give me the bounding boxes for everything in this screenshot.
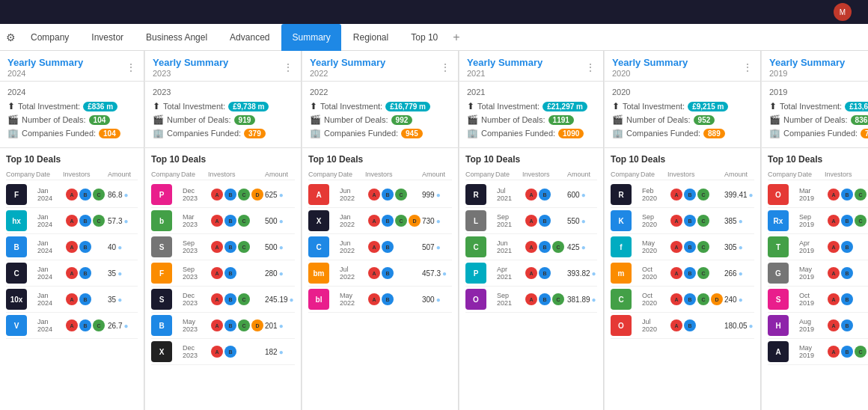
investment-icon: ⬆ xyxy=(769,101,777,111)
col-header-investors: Investors xyxy=(365,171,422,178)
investor-dot: A xyxy=(211,267,223,279)
deal-row[interactable]: S Oct2019 AB 508.61 ● xyxy=(768,287,868,313)
deal-row[interactable]: O Mar2019 ABC 950 ● xyxy=(768,182,868,208)
col-title: Yearly Summary xyxy=(467,57,542,68)
investor-dot: A xyxy=(670,189,682,201)
company-logo: hx xyxy=(6,210,27,231)
tab-regional[interactable]: Regional xyxy=(343,24,399,51)
col-header-date: Date xyxy=(641,171,667,178)
col-menu-icon[interactable]: ⋮ xyxy=(742,61,753,73)
col-menu-icon[interactable]: ⋮ xyxy=(283,61,293,73)
tab-company[interactable]: Company xyxy=(20,24,79,51)
tab-top-10[interactable]: Top 10 xyxy=(400,24,448,51)
deal-row[interactable]: T Apr2019 AB 770 ● xyxy=(768,234,868,260)
deal-row[interactable]: F Sep2023 AB 280 ● xyxy=(151,260,295,287)
tab-advanced[interactable]: Advanced xyxy=(219,24,280,51)
company-logo: b xyxy=(151,210,172,231)
company-logo: A xyxy=(308,184,329,205)
col-menu-icon[interactable]: ⋮ xyxy=(440,61,450,73)
deals-icon: 🎬 xyxy=(153,114,164,125)
year-column-2024: Yearly Summary 2024 ⋮ 2024 ⬆ Total Inves… xyxy=(0,51,144,410)
gear-icon[interactable]: ⚙ xyxy=(6,31,16,43)
add-tab-button[interactable]: + xyxy=(453,31,459,44)
col-menu-icon[interactable]: ⋮ xyxy=(126,61,136,73)
deal-date: Jan2024 xyxy=(37,266,64,281)
deal-date: Dec2023 xyxy=(183,292,210,307)
col-header-date: Date xyxy=(495,171,522,178)
investor-dot: A xyxy=(211,215,223,227)
deal-row[interactable]: C Jun2022 AB 507 ● xyxy=(308,234,452,260)
deal-row[interactable]: b Mar2023 ABC 500 ● xyxy=(151,208,295,234)
investor-dot: A xyxy=(525,241,537,253)
deal-row[interactable]: A May2019 ABC 452.12 ● xyxy=(768,339,868,365)
deal-row[interactable]: S Sep2023 ABC 500 ● xyxy=(151,234,295,260)
deal-row[interactable]: bl May2022 AB 300 ● xyxy=(308,287,452,313)
deal-row[interactable]: L Sep2021 AB 550 ● xyxy=(465,208,597,234)
deal-row[interactable]: R Jul2021 AB 600 ● xyxy=(465,182,597,208)
deal-row[interactable]: bm Jul2022 AB 457.3 ● xyxy=(308,260,452,287)
deal-row[interactable]: H Aug2019 AB 452.84 ● xyxy=(768,313,868,339)
deal-investors: ABCD xyxy=(211,189,263,201)
companies-row: 🏢 Companies Funded: 781 xyxy=(769,128,868,138)
deal-row[interactable]: V Jan2024 ABC 26.7 ● xyxy=(6,313,138,339)
companies-badge: 945 xyxy=(401,129,423,138)
investor-dot: A xyxy=(670,293,682,305)
user-menu[interactable]: M xyxy=(834,3,861,21)
deal-dot-icon: ● xyxy=(279,348,284,356)
deal-investors: ABC xyxy=(670,215,723,227)
deal-row[interactable]: C Jun2021 ABC 425 ● xyxy=(465,234,597,260)
deal-row[interactable]: P Apr2021 AB 393.82 ● xyxy=(465,260,597,287)
deal-row[interactable]: C Oct2020 ABCD 240 ● xyxy=(611,287,754,313)
tab-investor[interactable]: Investor xyxy=(81,24,134,51)
investment-icon: ⬆ xyxy=(310,101,317,111)
deal-row[interactable]: X Dec2023 AB 182 ● xyxy=(151,339,295,365)
company-logo: X xyxy=(151,341,172,362)
deal-row[interactable]: B May2023 ABCD 201 ● xyxy=(151,313,295,339)
companies-badge: 781 xyxy=(861,129,868,138)
tab-summary[interactable]: Summary xyxy=(281,24,340,51)
investor-dot: B xyxy=(79,267,91,279)
deals-label: Number of Deals: xyxy=(324,115,388,124)
deal-row[interactable]: P Dec2023 ABCD 625 ● xyxy=(151,182,295,208)
deal-row[interactable]: m Oct2020 ABC 266 ● xyxy=(611,260,754,287)
col-title: Yearly Summary xyxy=(7,57,83,68)
investor-dot: B xyxy=(841,215,853,227)
investment-icon: ⬆ xyxy=(7,101,15,111)
deal-row[interactable]: f May2020 ABC 305 ● xyxy=(611,234,754,260)
deal-investors: ABC xyxy=(66,189,106,201)
num-deals-row: 🎬 Number of Deals: 952 xyxy=(612,114,753,125)
col-header-date: Date xyxy=(338,171,365,178)
investor-dot: A xyxy=(211,346,223,358)
deal-row[interactable]: X Jan2022 ABCD 730 ● xyxy=(308,208,452,234)
deals-title: Top 10 Deals xyxy=(611,154,754,165)
deals-table-header: Company Date Investors Amount xyxy=(611,169,754,180)
companies-icon: 🏢 xyxy=(7,128,19,138)
deal-row[interactable]: A Jun2022 ABC 999 ● xyxy=(308,182,452,208)
deal-row[interactable]: 10x Jan2024 AB 35 ● xyxy=(6,287,138,313)
investor-dot: C xyxy=(552,241,564,253)
col-year: 2022 xyxy=(310,69,385,78)
col-header-company: Company xyxy=(308,171,338,178)
col-year: 2021 xyxy=(467,69,542,78)
deal-row[interactable]: R Feb2020 ABC 399.41 ● xyxy=(611,182,754,208)
deal-row[interactable]: S Dec2023 ABC 245.19 ● xyxy=(151,287,295,313)
deal-row[interactable]: hx Jan2024 ABC 57.3 ● xyxy=(6,208,138,234)
investment-badge: £9,738 m xyxy=(228,102,269,111)
deals-title: Top 10 Deals xyxy=(151,154,295,165)
deal-row[interactable]: K Sep2020 ABC 385 ● xyxy=(611,208,754,234)
deal-row[interactable]: F Jan2024 ABC 86.8 ● xyxy=(6,182,138,208)
deal-investors: ABC xyxy=(670,267,723,279)
deal-row[interactable]: B Jan2024 AB 40 ● xyxy=(6,234,138,260)
company-logo: C xyxy=(465,236,486,257)
tab-business-angel[interactable]: Business Angel xyxy=(135,24,218,51)
col-menu-icon[interactable]: ⋮ xyxy=(585,61,596,73)
deals-icon: 🎬 xyxy=(612,114,623,125)
deal-row[interactable]: C Jan2024 AB 35 ● xyxy=(6,260,138,287)
deal-row[interactable]: O Jul2020 AB 180.05 ● xyxy=(611,313,754,339)
deal-dot-icon: ● xyxy=(739,296,743,304)
companies-icon: 🏢 xyxy=(310,128,321,138)
investor-dot: B xyxy=(539,241,551,253)
deal-row[interactable]: Rx Sep2019 ABC 900 ● xyxy=(768,208,868,234)
deal-row[interactable]: G May2019 AB 628.56 ● xyxy=(768,260,868,287)
deal-row[interactable]: O Sep2021 ABC 381.89 ● xyxy=(465,287,597,313)
